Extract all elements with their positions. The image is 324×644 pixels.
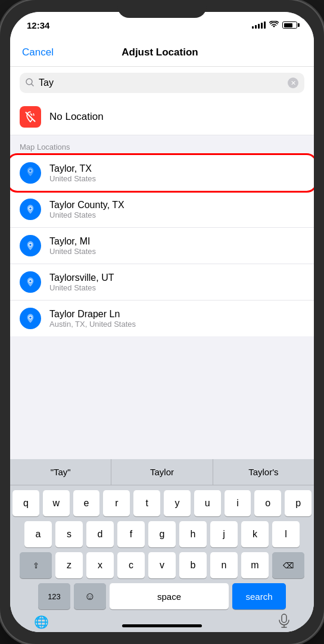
key-y[interactable]: y: [164, 490, 191, 516]
battery-icon: [282, 21, 297, 29]
location-row[interactable]: Taylorsville, UT United States: [10, 264, 314, 301]
map-locations-section-header: Map Locations: [10, 135, 314, 155]
list-content: No Location Map Locations: [10, 99, 314, 459]
no-location-row[interactable]: No Location: [10, 99, 314, 135]
key-v[interactable]: v: [148, 552, 176, 578]
svg-point-4: [29, 169, 32, 172]
search-container: Tay ✕: [10, 67, 314, 99]
key-s[interactable]: s: [55, 521, 83, 547]
status-time: 12:34: [27, 20, 49, 30]
search-clear-button[interactable]: ✕: [288, 78, 298, 88]
location-list: Taylor, TX United States Taylor C: [10, 155, 314, 336]
key-r[interactable]: r: [103, 490, 130, 516]
key-q[interactable]: q: [13, 490, 39, 516]
emoji-key[interactable]: ☺: [74, 583, 106, 609]
no-location-label: No Location: [49, 111, 104, 123]
search-input[interactable]: Tay: [39, 78, 283, 88]
notch: [117, 0, 207, 18]
svg-point-10: [29, 280, 32, 283]
svg-point-8: [29, 244, 32, 246]
num-key[interactable]: 123: [38, 583, 70, 609]
svg-point-6: [29, 208, 32, 210]
pin-icon: [20, 199, 41, 220]
key-row-1: q w e r t y u i o p: [13, 490, 311, 516]
location-row[interactable]: Taylor, MI United States: [10, 228, 314, 264]
microphone-icon[interactable]: [278, 614, 290, 631]
location-sub: Austin, TX, United States: [49, 320, 136, 329]
pin-icon: [20, 162, 41, 184]
location-sub: United States: [49, 174, 96, 183]
key-m[interactable]: m: [241, 552, 269, 578]
shift-key[interactable]: ⇧: [20, 552, 52, 578]
no-location-icon: [20, 106, 41, 128]
cancel-button[interactable]: Cancel: [22, 47, 54, 58]
keyboard-rows: q w e r t y u i o p a s d f g: [10, 485, 314, 612]
key-g[interactable]: g: [148, 521, 176, 547]
key-row-3: ⇧ z x c v b n m ⌫: [13, 552, 311, 578]
location-text-block: Taylorsville, UT United States: [49, 273, 114, 292]
key-b[interactable]: b: [179, 552, 207, 578]
location-row[interactable]: Taylor, TX United States: [10, 155, 314, 191]
key-h[interactable]: h: [179, 521, 207, 547]
key-j[interactable]: j: [210, 521, 238, 547]
phone-shell: 12:34: [0, 0, 324, 644]
key-n[interactable]: n: [210, 552, 238, 578]
pin-icon: [20, 235, 41, 256]
autocomplete-row: "Tay" Taylor Taylor's: [10, 459, 314, 485]
key-a[interactable]: a: [24, 521, 52, 547]
location-text-block: Taylor County, TX United States: [49, 200, 124, 219]
key-k[interactable]: k: [241, 521, 269, 547]
key-l[interactable]: l: [272, 521, 300, 547]
location-sub: United States: [49, 247, 96, 256]
key-z[interactable]: z: [55, 552, 83, 578]
globe-icon[interactable]: 🌐: [34, 615, 49, 629]
location-sub: United States: [49, 283, 114, 292]
location-sub: United States: [49, 210, 124, 219]
location-name: Taylor County, TX: [49, 200, 124, 210]
autocomplete-taylors[interactable]: Taylor's: [213, 459, 314, 485]
search-icon: [26, 78, 34, 88]
key-o[interactable]: o: [254, 490, 281, 516]
key-x[interactable]: x: [86, 552, 114, 578]
battery-fill: [284, 23, 292, 27]
key-d[interactable]: d: [86, 521, 114, 547]
status-icons: [252, 21, 297, 30]
svg-rect-13: [282, 614, 286, 623]
key-f[interactable]: f: [117, 521, 145, 547]
search-key[interactable]: search: [232, 583, 286, 609]
location-row[interactable]: Taylor Draper Ln Austin, TX, United Stat…: [10, 301, 314, 336]
key-c[interactable]: c: [117, 552, 145, 578]
pin-icon: [20, 271, 41, 293]
page-title: Adjust Location: [122, 47, 198, 58]
key-row-2: a s d f g h j k l: [13, 521, 311, 547]
key-row-4: 123 ☺ space search: [13, 583, 311, 609]
location-name: Taylorsville, UT: [49, 273, 114, 283]
delete-key[interactable]: ⌫: [272, 552, 304, 578]
key-t[interactable]: t: [133, 490, 160, 516]
wifi-icon: [269, 21, 279, 30]
nav-bar: Cancel Adjust Location: [10, 38, 314, 67]
location-name: Taylor, MI: [49, 236, 96, 247]
key-e[interactable]: e: [73, 490, 100, 516]
location-text-block: Taylor Draper Ln Austin, TX, United Stat…: [49, 309, 136, 329]
key-u[interactable]: u: [194, 490, 221, 516]
autocomplete-taylor[interactable]: Taylor: [111, 459, 213, 485]
autocomplete-tay[interactable]: "Tay": [10, 459, 111, 485]
signal-bars-icon: [252, 21, 266, 29]
space-key[interactable]: space: [110, 583, 229, 609]
location-name: Taylor Draper Ln: [49, 309, 136, 320]
phone-screen: 12:34: [10, 12, 314, 632]
location-row[interactable]: Taylor County, TX United States: [10, 191, 314, 228]
svg-line-1: [32, 84, 33, 86]
search-bar[interactable]: Tay ✕: [20, 73, 304, 93]
location-text-block: Taylor, TX United States: [49, 163, 96, 183]
location-text-block: Taylor, MI United States: [49, 236, 96, 256]
home-indicator: [122, 624, 202, 627]
key-p[interactable]: p: [285, 490, 311, 516]
key-i[interactable]: i: [225, 490, 251, 516]
svg-point-12: [29, 317, 32, 319]
keyboard-area: "Tay" Taylor Taylor's q w e r t y: [10, 459, 314, 632]
key-w[interactable]: w: [43, 490, 70, 516]
location-name: Taylor, TX: [49, 163, 96, 174]
bottom-bar: 🌐: [10, 612, 314, 632]
